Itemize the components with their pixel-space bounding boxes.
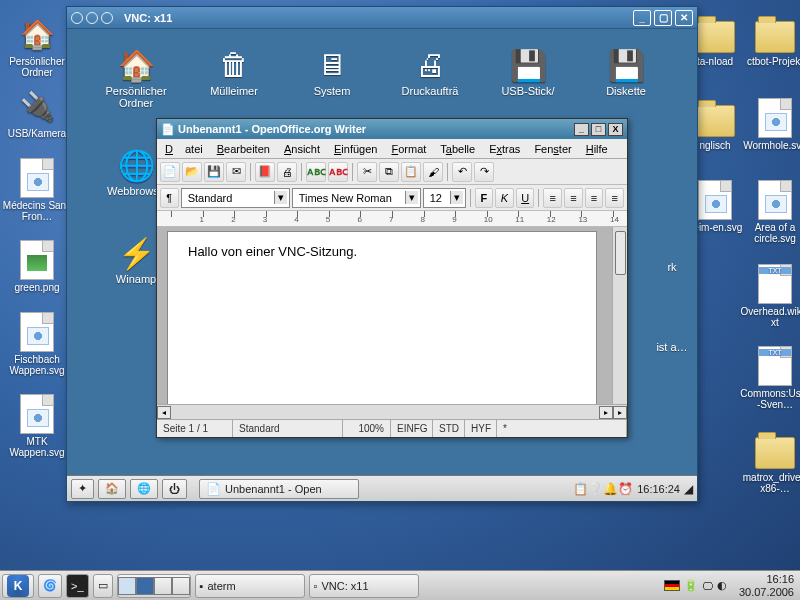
undo-button[interactable]: ↶ bbox=[452, 162, 472, 182]
host-clock[interactable]: 16:16 30.07.2006 bbox=[733, 573, 800, 597]
kmenu-button[interactable]: K bbox=[2, 574, 34, 598]
menu-fenster[interactable]: Fenster bbox=[528, 141, 577, 157]
menu-format[interactable]: Format bbox=[385, 141, 432, 157]
align-left-button[interactable]: ≡ bbox=[543, 188, 562, 208]
show-desktop-button[interactable]: ▭ bbox=[93, 574, 113, 598]
pager-desktop-1[interactable] bbox=[118, 577, 136, 595]
pager-desktop-3[interactable] bbox=[154, 577, 172, 595]
scroll-right-button[interactable]: ▸ bbox=[599, 406, 613, 419]
guest-task-openoffice[interactable]: 📄 Unbenannt1 - Open bbox=[199, 479, 359, 499]
cut-button[interactable]: ✂ bbox=[357, 162, 377, 182]
help-icon[interactable]: ❔ bbox=[588, 482, 603, 496]
guest-icon-floppy[interactable]: 💾 Diskette bbox=[585, 47, 667, 97]
window-menu-icon[interactable] bbox=[71, 12, 83, 24]
maximize-button[interactable]: ▢ bbox=[654, 10, 672, 26]
desktop-icon-home[interactable]: 🏠 Persönlicher Ordner bbox=[2, 14, 72, 78]
lock-corner-icon[interactable]: ◢ bbox=[684, 482, 693, 496]
maximize-button[interactable]: □ bbox=[591, 123, 606, 136]
menu-hilfe[interactable]: Hilfe bbox=[580, 141, 614, 157]
desktop-icon-matrox[interactable]: matrox_driver-x86-… bbox=[740, 430, 800, 494]
redo-button[interactable]: ↷ bbox=[474, 162, 494, 182]
align-right-button[interactable]: ≡ bbox=[585, 188, 604, 208]
status-hyp[interactable]: HYF bbox=[465, 420, 497, 437]
copy-button[interactable]: ⧉ bbox=[379, 162, 399, 182]
guest-konqueror-button[interactable]: 🌐 bbox=[130, 479, 158, 499]
task-aterm[interactable]: ▪ aterm bbox=[195, 574, 305, 598]
pager-desktop-2[interactable] bbox=[136, 577, 154, 595]
terminal-button[interactable]: >_ bbox=[66, 574, 89, 598]
pager[interactable] bbox=[117, 574, 191, 598]
status-std[interactable]: STD bbox=[433, 420, 465, 437]
status-zoom[interactable]: 100% bbox=[343, 420, 391, 437]
minimize-button[interactable]: _ bbox=[574, 123, 589, 136]
menu-datei[interactable]: Datei bbox=[159, 141, 209, 157]
task-vnc[interactable]: ▫ VNC: x11 bbox=[309, 574, 419, 598]
guest-clock[interactable]: 16:16:24 bbox=[633, 483, 684, 495]
desktop-icon-overhead[interactable]: Overhead.wiki.txt bbox=[740, 264, 800, 328]
paste-button[interactable]: 📋 bbox=[401, 162, 421, 182]
guest-home-button[interactable]: 🏠 bbox=[98, 479, 126, 499]
battery-icon[interactable]: 🔋 bbox=[684, 579, 698, 592]
sticky-icon[interactable] bbox=[86, 12, 98, 24]
menu-extras[interactable]: Extras bbox=[483, 141, 526, 157]
paragraph-style-combo[interactable]: Standard▾ bbox=[181, 188, 290, 208]
bold-button[interactable]: F bbox=[475, 188, 494, 208]
vnc-titlebar[interactable]: VNC: x11 _ ▢ ✕ bbox=[67, 7, 697, 29]
align-justify-button[interactable]: ≡ bbox=[605, 188, 624, 208]
open-button[interactable]: 📂 bbox=[182, 162, 202, 182]
close-button[interactable]: X bbox=[608, 123, 623, 136]
guest-icon-partial-ist[interactable]: ist a… bbox=[647, 339, 697, 353]
shade-icon[interactable] bbox=[101, 12, 113, 24]
close-button[interactable]: ✕ bbox=[675, 10, 693, 26]
styles-button[interactable]: ¶ bbox=[160, 188, 179, 208]
clipboard-icon[interactable]: 📋 bbox=[573, 482, 588, 496]
desktop-icon-ctbot[interactable]: ctbot-Projekt bbox=[740, 14, 800, 67]
horizontal-scrollbar[interactable]: ◂ ▸ ▸ bbox=[157, 404, 627, 419]
font-name-combo[interactable]: Times New Roman▾ bbox=[292, 188, 421, 208]
menu-tabelle[interactable]: Tabelle bbox=[434, 141, 481, 157]
guest-icon-usb[interactable]: 💾 USB-Stick/ bbox=[487, 47, 569, 97]
guest-icon-partial-rk[interactable]: rk bbox=[647, 259, 697, 273]
scroll-right-button[interactable]: ▸ bbox=[613, 406, 627, 419]
italic-button[interactable]: K bbox=[495, 188, 514, 208]
minimize-button[interactable]: _ bbox=[633, 10, 651, 26]
menu-einfuegen[interactable]: Einfügen bbox=[328, 141, 383, 157]
desktop-icon-wormhole[interactable]: Wormhole.svg bbox=[740, 98, 800, 151]
desktop-icon-mtk[interactable]: MTK Wappen.svg bbox=[2, 394, 72, 458]
horizontal-ruler[interactable]: 1234567891011121314 bbox=[157, 211, 627, 227]
scrollbar-thumb[interactable] bbox=[615, 231, 626, 275]
spellcheck-button[interactable]: ᴀʙᴄ bbox=[306, 162, 326, 182]
guest-kmenu-button[interactable]: ✦ bbox=[71, 479, 94, 499]
vertical-scrollbar[interactable] bbox=[612, 227, 627, 404]
guest-icon-home[interactable]: 🏠 Persönlicher Ordner bbox=[95, 47, 177, 109]
display-icon[interactable]: 🖵 bbox=[702, 580, 713, 592]
guest-icon-print[interactable]: 🖨 Druckaufträ bbox=[389, 47, 471, 97]
desktop-icon-usb[interactable]: 🔌 USB/Kamera bbox=[2, 86, 72, 139]
desktop-icon-fischbach[interactable]: Fischbach Wappen.svg bbox=[2, 312, 72, 376]
new-button[interactable]: 📄 bbox=[160, 162, 180, 182]
konqueror-button[interactable]: 🌀 bbox=[38, 574, 62, 598]
openoffice-titlebar[interactable]: 📄 Unbenannt1 - OpenOffice.org Writer _ □… bbox=[157, 119, 627, 139]
save-button[interactable]: 💾 bbox=[204, 162, 224, 182]
bell-icon[interactable]: 🔔 bbox=[603, 482, 618, 496]
status-insert[interactable]: EINFG bbox=[391, 420, 433, 437]
autospell-button[interactable]: ᴀʙᴄ bbox=[328, 162, 348, 182]
format-paintbrush-button[interactable]: 🖌 bbox=[423, 162, 443, 182]
pdf-button[interactable]: 📕 bbox=[255, 162, 275, 182]
pager-desktop-4[interactable] bbox=[172, 577, 190, 595]
alarm-clock-icon[interactable]: ⏰ bbox=[618, 482, 633, 496]
desktop-icon-green[interactable]: green.png bbox=[2, 240, 72, 293]
guest-logout-button[interactable]: ⏻ bbox=[162, 479, 187, 499]
scroll-left-button[interactable]: ◂ bbox=[157, 406, 171, 419]
print-button[interactable]: 🖨 bbox=[277, 162, 297, 182]
desktop-icon-area[interactable]: Area of a circle.svg bbox=[740, 180, 800, 244]
align-center-button[interactable]: ≡ bbox=[564, 188, 583, 208]
desktop-icon-msf[interactable]: Médecins Sans Fron… bbox=[2, 158, 72, 222]
document-page[interactable]: Hallo von einer VNC-Sitzung. bbox=[167, 231, 597, 404]
tray-dot-icon[interactable]: ◐ bbox=[717, 579, 727, 592]
email-button[interactable]: ✉ bbox=[226, 162, 246, 182]
menu-bearbeiten[interactable]: Bearbeiten bbox=[211, 141, 276, 157]
guest-icon-system[interactable]: 🖥 System bbox=[291, 47, 373, 97]
underline-button[interactable]: U bbox=[516, 188, 535, 208]
desktop-icon-commons[interactable]: Commons:User-Sven… bbox=[740, 346, 800, 410]
